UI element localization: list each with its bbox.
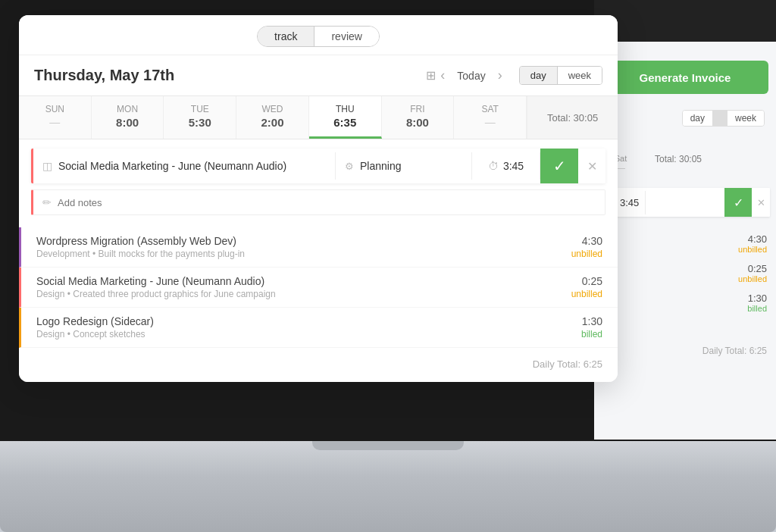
entry-duration-2: 0:25	[571, 275, 602, 287]
day-hours-mon: 8:00	[92, 116, 164, 129]
tab-review[interactable]: review	[314, 27, 378, 46]
next-arrow[interactable]: ›	[493, 66, 507, 85]
bg-duration-3: 1:30	[747, 293, 767, 304]
bg-save-button[interactable]: ✓	[724, 188, 752, 217]
week-view-button[interactable]: week	[558, 67, 602, 84]
bg-billing-1: unbilled	[738, 245, 767, 254]
entry-billing-1: unbilled	[571, 249, 602, 259]
task-icon: ⚙	[345, 161, 354, 172]
tab-track[interactable]: track	[258, 27, 314, 46]
entry-info-2: Social Media Marketing - June (Neumann A…	[36, 275, 571, 299]
date-prefix: Thursday,	[34, 67, 105, 83]
bg-header	[594, 0, 776, 42]
entry-title-2: Social Media Marketing - June (Neumann A…	[36, 275, 571, 287]
day-hours-sat: —	[454, 116, 526, 128]
project-field[interactable]: ◫	[33, 152, 336, 180]
time-value: 3:45	[503, 160, 524, 172]
day-hours-wed: 2:00	[236, 116, 308, 129]
entry-meta-1: Development • Built mocks for the paymen…	[36, 249, 571, 259]
close-entry-button[interactable]: ✕	[578, 149, 605, 183]
bg-entry-form: ⏱ 3:45 ✓ ✕	[600, 188, 770, 217]
tab-bar: track review	[19, 15, 618, 55]
entry-item-1[interactable]: Wordpress Migration (Assembly Web Dev) D…	[19, 227, 618, 268]
bg-day-week-toggle: day week	[682, 110, 765, 127]
days-grid: Sun — Mon 8:00 Tue 5:30 Wed 2:00 Thu 6:3…	[19, 95, 618, 139]
bg-day-option[interactable]: day	[683, 111, 712, 126]
day-view-button[interactable]: day	[520, 67, 557, 84]
generate-invoice-button[interactable]: Generate Invoice	[602, 61, 768, 94]
day-col-fri[interactable]: Fri 8:00	[382, 96, 455, 139]
day-week-toggle: day week	[519, 66, 602, 85]
day-name-sat: Sat	[454, 104, 526, 114]
bg-entries-list: 4:30 unbilled 0:25 unbilled 1:30 billed	[594, 227, 776, 316]
day-col-mon[interactable]: Mon 8:00	[92, 96, 164, 139]
prev-arrow[interactable]: ‹	[436, 66, 449, 85]
entry-meta-2: Design • Created three product graphics …	[36, 289, 571, 299]
notes-row[interactable]: ✏	[31, 189, 605, 215]
bg-duration-2: 0:25	[738, 263, 767, 274]
day-hours-thu: 6:35	[309, 116, 381, 129]
tab-pill: track review	[257, 26, 380, 47]
date-bold: May 17th	[110, 67, 175, 83]
day-col-sat[interactable]: Sat —	[454, 96, 527, 139]
bg-entry-3: 1:30 billed	[594, 286, 776, 316]
nav-controls: ‹ Today ›	[436, 66, 506, 85]
day-hours-fri: 8:00	[382, 116, 454, 129]
header-row: Thursday, May 17th ⊞ ‹ Today › day week	[19, 55, 618, 95]
bg-time-value: 3:45	[620, 197, 639, 208]
bg-entry-1: 4:30 unbilled	[594, 227, 776, 257]
day-col-thu[interactable]: Thu 6:35	[309, 96, 382, 139]
total-column: Total: 30:05	[527, 96, 618, 139]
entry-right-1: 4:30 unbilled	[571, 235, 602, 259]
task-value: Planning	[360, 160, 402, 172]
entry-right-2: 0:25 unbilled	[571, 275, 602, 299]
day-name-wed: Wed	[236, 104, 308, 114]
laptop-base	[0, 441, 776, 532]
day-hours-tue: 5:30	[164, 116, 236, 129]
day-name-sun: Sun	[19, 104, 91, 114]
day-hours-sun: —	[19, 116, 91, 128]
bg-sat-row: Sat — Total: 30:05	[594, 148, 776, 180]
content-area: ◫ ⚙ Planning ⏱ 3:45 ✓ ✕ ✏	[19, 149, 618, 382]
bg-close-button[interactable]: ✕	[752, 188, 770, 217]
entry-title-1: Wordpress Migration (Assembly Web Dev)	[36, 235, 571, 247]
task-field[interactable]: ⚙ Planning	[336, 152, 472, 180]
save-entry-button[interactable]: ✓	[540, 149, 578, 183]
bg-entry-2: 0:25 unbilled	[594, 257, 776, 286]
entry-info-3: Logo Redesign (Sidecar) Design • Concept…	[36, 315, 581, 340]
day-name-fri: Fri	[382, 104, 454, 114]
active-entry-form: ◫ ⚙ Planning ⏱ 3:45 ✓ ✕	[31, 149, 605, 183]
entry-billing-3: billed	[581, 329, 602, 340]
entry-item-2[interactable]: Social Media Marketing - June (Neumann A…	[19, 268, 618, 308]
time-clock-icon: ⏱	[488, 160, 499, 172]
daily-total: Daily Total: 6:25	[19, 351, 618, 382]
day-col-wed[interactable]: Wed 2:00	[236, 96, 309, 139]
entry-duration-1: 4:30	[571, 235, 602, 247]
day-name-tue: Tue	[164, 104, 236, 114]
grid-icon[interactable]: ⊞	[426, 68, 436, 83]
today-button[interactable]: Today	[457, 70, 485, 82]
bg-billing-2: unbilled	[738, 274, 767, 283]
entries-list: Wordpress Migration (Assembly Web Dev) D…	[19, 224, 618, 351]
project-icon: ◫	[42, 160, 52, 172]
entry-item-3[interactable]: Logo Redesign (Sidecar) Design • Concept…	[19, 308, 618, 348]
day-name-mon: Mon	[92, 104, 164, 114]
bg-week-option[interactable]: week	[728, 111, 764, 126]
day-col-sun[interactable]: Sun —	[19, 96, 92, 139]
entry-billing-2: unbilled	[571, 289, 602, 299]
day-name-thu: Thu	[309, 104, 381, 114]
notes-icon: ✏	[42, 196, 52, 208]
entry-title-3: Logo Redesign (Sidecar)	[36, 315, 581, 327]
entry-meta-3: Design • Concept sketches	[36, 329, 581, 340]
entry-info-1: Wordpress Migration (Assembly Web Dev) D…	[36, 235, 571, 259]
entry-right-3: 1:30 billed	[581, 315, 602, 340]
header-date: Thursday, May 17th	[34, 67, 420, 84]
time-field[interactable]: ⏱ 3:45	[472, 152, 540, 180]
bg-total: Total: 30:05	[647, 148, 709, 180]
project-input[interactable]	[58, 160, 326, 172]
bg-daily-total: Daily Total: 6:25	[702, 346, 767, 356]
bg-billing-3: billed	[747, 304, 767, 313]
notes-input[interactable]	[58, 197, 596, 208]
day-col-tue[interactable]: Tue 5:30	[164, 96, 236, 139]
laptop-notch	[312, 441, 464, 450]
